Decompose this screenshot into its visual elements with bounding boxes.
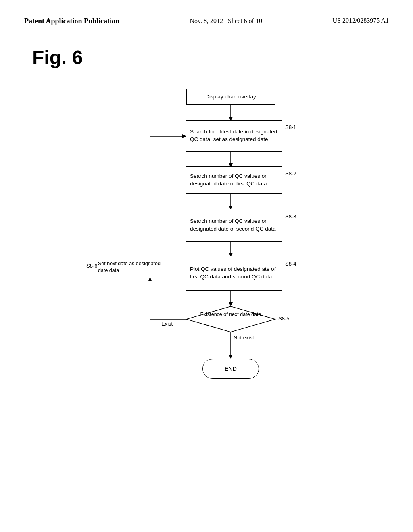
- pub-title: Patent Application Publication: [24, 17, 119, 25]
- svg-marker-12: [229, 355, 233, 359]
- end-label: END: [225, 366, 237, 372]
- flowchart-container: Display chart overlay Search for oldest …: [0, 73, 413, 451]
- not-exist-label: Not exist: [234, 335, 254, 341]
- s8-5-text: Existence of next date data: [200, 312, 261, 317]
- display-chart-overlay-box: Display chart overlay: [186, 89, 275, 105]
- svg-marker-10: [186, 306, 275, 332]
- s8-6-text: Set next date as designated date data: [98, 260, 170, 274]
- s8-2-label: S8-2: [285, 170, 296, 177]
- figure-label: Fig. 6: [0, 34, 413, 73]
- pub-date: Nov. 8, 2012: [190, 17, 223, 24]
- s8-3-text: Search number of QC values on designated…: [190, 218, 278, 233]
- sheet-number: Sheet 6 of 10: [228, 17, 262, 24]
- patent-number: US 2012/0283975 A1: [332, 16, 389, 25]
- s8-3-box: Search number of QC values on designated…: [186, 209, 282, 242]
- fig-title: Fig. 6: [32, 47, 83, 68]
- s8-5-label: S8-5: [278, 316, 289, 322]
- start-box-label: Display chart overlay: [205, 93, 256, 101]
- publication-label: Patent Application Publication: [24, 16, 119, 26]
- s8-3-label: S8-3: [285, 214, 296, 220]
- s8-4-box: Plot QC values of designated ate of firs…: [186, 256, 282, 291]
- s8-1-box: Search for oldest date in designated QC …: [186, 120, 282, 152]
- s8-1-text: Search for oldest date in designated QC …: [190, 128, 278, 143]
- svg-marker-9: [229, 302, 233, 306]
- s8-2-box: Search number of QC values on designated…: [186, 166, 282, 194]
- s8-6-label: S8-6: [86, 263, 97, 269]
- s8-2-text: Search number of QC values on designated…: [190, 172, 278, 188]
- flowchart: Display chart overlay Search for oldest …: [69, 81, 344, 443]
- patent-id: US 2012/0283975 A1: [332, 17, 389, 24]
- s8-6-box: Set next date as designated date data: [94, 256, 174, 278]
- exist-label: Exist: [161, 321, 173, 327]
- sheet-info: Nov. 8, 2012 Sheet 6 of 10: [190, 16, 262, 26]
- s8-4-text: Plot QC values of designated ate of firs…: [190, 266, 278, 281]
- s8-5-diamond-text: Existence of next date data: [195, 312, 266, 317]
- s8-4-label: S8-4: [285, 261, 296, 267]
- s8-1-label: S8-1: [285, 124, 296, 130]
- page-header: Patent Application Publication Nov. 8, 2…: [0, 0, 413, 34]
- end-box: END: [202, 359, 259, 379]
